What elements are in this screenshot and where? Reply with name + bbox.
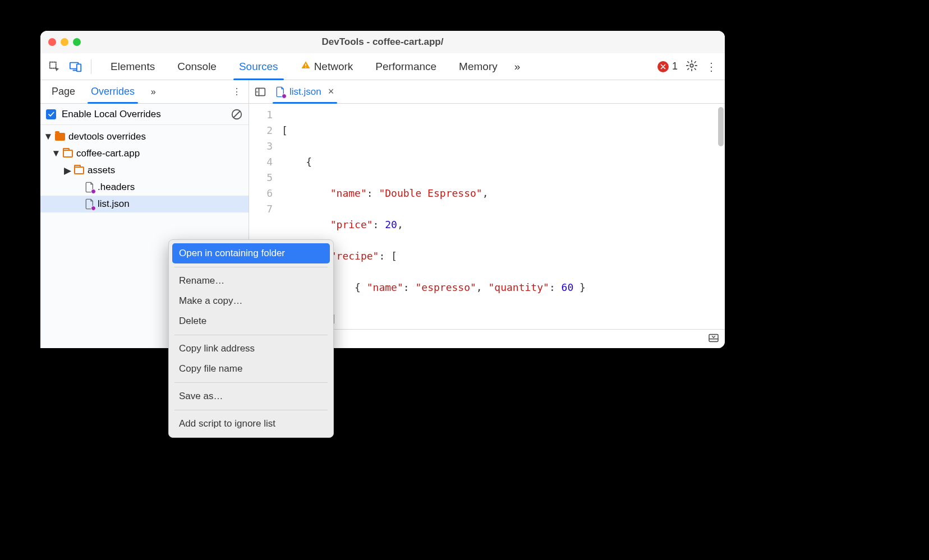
file-icon <box>85 182 94 193</box>
nav-menu-kebab-icon[interactable]: ⋮ <box>228 86 245 97</box>
modified-dot-icon <box>91 189 96 194</box>
nav-tab-overrides[interactable]: Overrides <box>83 80 142 103</box>
navigator-tabs: Page Overrides » ⋮ <box>40 80 249 104</box>
devtools-window: DevTools - coffee-cart.app/ Elements Con… <box>40 31 725 348</box>
tab-performance[interactable]: Performance <box>364 53 448 80</box>
file-icon <box>85 198 94 210</box>
tab-elements[interactable]: Elements <box>99 53 166 80</box>
settings-icon[interactable] <box>686 59 698 74</box>
titlebar: DevTools - coffee-cart.app/ <box>40 31 725 53</box>
tab-memory[interactable]: Memory <box>448 53 509 80</box>
tree-root-folder[interactable]: ▼ devtools overrides <box>40 128 249 145</box>
drawer-toggle-icon[interactable] <box>708 334 719 345</box>
nav-tabs-overflow[interactable]: » <box>145 87 162 97</box>
tree-file-list-json[interactable]: list.json <box>40 196 249 212</box>
folder-icon <box>55 133 65 141</box>
divider <box>174 267 328 267</box>
tab-console[interactable]: Console <box>166 53 228 80</box>
window-title: DevTools - coffee-cart.app/ <box>40 36 725 48</box>
modified-dot-icon <box>282 94 287 99</box>
context-menu: Open in containing folder Rename… Make a… <box>168 239 334 438</box>
divider <box>174 335 328 335</box>
cm-rename[interactable]: Rename… <box>172 271 330 291</box>
folder-icon <box>63 150 73 158</box>
divider <box>174 410 328 410</box>
scrollbar-thumb[interactable] <box>718 107 724 146</box>
cm-add-ignore-list[interactable]: Add script to ignore list <box>172 414 330 434</box>
svg-rect-3 <box>305 64 306 66</box>
file-icon <box>276 86 285 98</box>
toggle-navigator-icon[interactable] <box>251 87 269 97</box>
svg-point-5 <box>690 64 693 67</box>
close-window-button[interactable] <box>48 38 56 46</box>
cm-delete[interactable]: Delete <box>172 311 330 331</box>
folder-icon <box>74 166 84 174</box>
file-tabs: list.json × <box>249 80 725 104</box>
file-tree: ▼ devtools overrides ▼ coffee-cart.app ▶… <box>40 125 249 216</box>
cm-open-containing-folder[interactable]: Open in containing folder <box>172 243 330 263</box>
chevron-down-icon: ▼ <box>45 131 52 142</box>
zoom-window-button[interactable] <box>73 38 81 46</box>
chevron-right-icon: ▶ <box>64 165 71 177</box>
main-toolbar: Elements Console Sources Network Perform… <box>40 53 725 80</box>
toolbar-right: 1 ⋮ <box>657 59 720 74</box>
menu-kebab-icon[interactable]: ⋮ <box>706 61 717 72</box>
tab-network[interactable]: Network <box>289 53 365 80</box>
cm-save-as[interactable]: Save as… <box>172 386 330 406</box>
tabs-overflow[interactable]: » <box>509 53 526 80</box>
error-icon <box>657 61 669 72</box>
close-tab-icon[interactable]: × <box>328 86 334 98</box>
svg-rect-8 <box>709 334 718 341</box>
inspect-element-icon[interactable] <box>45 57 64 77</box>
warning-icon <box>301 60 311 73</box>
file-tab-list-json[interactable]: list.json × <box>269 80 341 103</box>
svg-rect-2 <box>77 64 81 71</box>
modified-dot-icon <box>91 206 96 211</box>
enable-overrides-checkbox[interactable] <box>46 109 56 119</box>
tree-file-headers[interactable]: .headers <box>40 179 249 196</box>
tab-sources[interactable]: Sources <box>228 53 289 80</box>
divider <box>174 382 328 383</box>
chevron-down-icon: ▼ <box>53 148 59 159</box>
traffic-lights <box>48 38 81 46</box>
cm-copy-link-address[interactable]: Copy link address <box>172 339 330 359</box>
error-indicator[interactable]: 1 <box>657 61 678 72</box>
clear-overrides-icon[interactable] <box>231 108 243 121</box>
sources-content: Page Overrides » ⋮ Enable Local Override… <box>40 80 725 348</box>
tree-assets-folder[interactable]: ▶ assets <box>40 162 249 179</box>
tree-domain-folder[interactable]: ▼ coffee-cart.app <box>40 145 249 162</box>
cm-copy-file-name[interactable]: Copy file name <box>172 359 330 379</box>
device-toolbar-icon[interactable] <box>66 57 85 77</box>
panel-tabs: Elements Console Sources Network Perform… <box>99 53 526 80</box>
nav-tab-page[interactable]: Page <box>44 80 83 103</box>
enable-overrides-row: Enable Local Overrides <box>40 104 249 125</box>
divider <box>91 59 91 74</box>
minimize-window-button[interactable] <box>61 38 68 46</box>
svg-rect-4 <box>305 67 306 68</box>
enable-overrides-label: Enable Local Overrides <box>62 109 161 120</box>
cm-make-copy[interactable]: Make a copy… <box>172 291 330 311</box>
